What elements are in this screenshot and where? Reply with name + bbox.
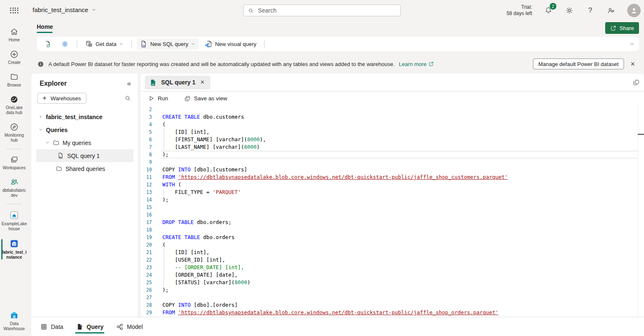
sql-file-icon: sql — [150, 79, 157, 86]
line-number: 24 — [141, 271, 152, 279]
line-number: 29 — [141, 309, 152, 316]
banner-close-button[interactable]: × — [628, 59, 637, 69]
add-warehouse-button[interactable]: + Warehouses — [37, 93, 86, 104]
visual-query-icon — [205, 40, 212, 48]
line-number: 14 — [141, 196, 152, 204]
code-line-14[interactable]: 14); — [141, 196, 644, 204]
chevron-down-icon — [191, 42, 195, 46]
sql-code-editor[interactable]: 23CREATE TABLE dbo.customers4(5 [ID] [in… — [141, 105, 644, 317]
code-line-15[interactable]: 15 — [141, 204, 644, 211]
nav-item-browse[interactable]: Browse — [0, 70, 28, 90]
toolbar-divider — [77, 40, 77, 48]
view-tab-data[interactable]: Data — [40, 317, 63, 336]
code-line-11[interactable]: 11FROM 'https://dbtlabsynapsedatalake.bl… — [141, 173, 644, 181]
code-line-9[interactable]: 9 — [141, 158, 644, 166]
collapse-pane-icon[interactable]: « — [127, 79, 131, 88]
database-icon — [85, 40, 93, 48]
line-number: 8 — [141, 151, 152, 158]
code-line-4[interactable]: 4( — [141, 121, 644, 128]
tree-node-sql-query-1[interactable]: SQL SQL query 1 — [36, 149, 134, 162]
code-line-21[interactable]: 21 [ID] [int], — [141, 249, 644, 256]
tree-node-queries[interactable]: Queries — [31, 123, 136, 136]
code-line-23[interactable]: 23 -- [ORDER_DATE] [int], — [141, 264, 644, 271]
warehouse-settings-button[interactable] — [58, 38, 72, 50]
learn-more-link[interactable]: Learn more — [399, 61, 434, 67]
line-number: 23 — [141, 264, 152, 271]
settings-button[interactable] — [565, 6, 574, 15]
global-search[interactable] — [243, 5, 401, 16]
code-line-2[interactable]: 2 — [141, 106, 644, 113]
ribbon-toolbar: Get data SQL New SQL query New visual qu… — [37, 37, 639, 51]
feedback-icon — [607, 6, 615, 15]
refresh-dataset-button[interactable] — [41, 38, 55, 50]
code-line-27[interactable]: 27 — [141, 294, 644, 301]
notification-badge: 2 — [550, 3, 556, 10]
save-as-view-button[interactable]: Save as view — [182, 95, 230, 102]
code-line-7[interactable]: 7 [LAST_NAME] [varchar](8000) — [141, 143, 644, 151]
code-line-20[interactable]: 20( — [141, 241, 644, 249]
code-line-22[interactable]: 22 [USER_ID] [int], — [141, 256, 644, 264]
code-line-18[interactable]: 18 — [141, 226, 644, 234]
code-line-6[interactable]: 6 [FIRST_NAME] [varchar](8000), — [141, 136, 644, 143]
code-line-13[interactable]: 13 FILE_TYPE = 'PARQUET' — [141, 188, 644, 196]
code-line-25[interactable]: 25 [STATUS] [varchar](8000) — [141, 279, 644, 286]
account-avatar[interactable] — [627, 4, 641, 17]
manage-default-dataset-button[interactable]: Manage default Power BI dataset — [533, 59, 624, 69]
new-sql-query-button[interactable]: SQL New SQL query — [137, 38, 198, 50]
nav-item-workspaces[interactable]: Workspaces — [0, 153, 28, 173]
view-switcher-bar: Data Query Model — [31, 317, 644, 336]
get-data-button[interactable]: Get data — [82, 38, 126, 50]
nav-item-examplelakehouse[interactable]: ExampleLakehouse — [0, 208, 28, 234]
code-line-28[interactable]: 28COPY INTO [dbo].[orders] — [141, 301, 644, 309]
tree-node-my-queries[interactable]: My queries — [31, 136, 136, 149]
nav-item-onelake-data-hub[interactable]: OneLake data hub — [0, 93, 28, 117]
app-launcher-icon[interactable] — [10, 8, 18, 13]
tree-node-warehouse[interactable]: fabric_test_instance — [31, 110, 136, 123]
code-line-10[interactable]: 10COPY INTO [dbo].[customers] — [141, 166, 644, 173]
code-line-29[interactable]: 29FROM 'https://dbtlabsynapsedatalake.bl… — [141, 309, 644, 316]
query-doc-icon — [76, 323, 83, 331]
code-line-3[interactable]: 3CREATE TABLE dbo.customers — [141, 113, 644, 121]
copy-button[interactable] — [633, 79, 640, 86]
toolbar-expand-button[interactable] — [629, 41, 635, 47]
code-line-12[interactable]: 12WITH ( — [141, 181, 644, 188]
close-icon: × — [631, 60, 635, 69]
nav-item-home[interactable]: Home — [0, 25, 28, 45]
tab-home[interactable]: Home — [37, 23, 53, 33]
view-tab-model[interactable]: Model — [116, 317, 143, 336]
new-visual-query-button[interactable]: New visual query — [202, 38, 259, 50]
help-button[interactable]: ? — [586, 6, 595, 15]
nav-item-monitoring-hub[interactable]: Monitoring hub — [0, 120, 28, 145]
explorer-search-icon[interactable] — [124, 95, 131, 102]
tree-node-shared-queries[interactable]: Shared queries — [31, 162, 136, 175]
editor-overview-ruler[interactable] — [638, 105, 644, 317]
search-input[interactable] — [257, 7, 396, 14]
run-button[interactable]: Run — [146, 95, 171, 102]
share-button[interactable]: Share — [605, 22, 639, 34]
settings-gear-icon — [61, 40, 69, 48]
code-line-17[interactable]: 17DROP TABLE dbo.orders; — [141, 219, 644, 226]
code-line-16[interactable]: 16 — [141, 211, 644, 219]
query-toolbar: Run Save as view — [141, 92, 644, 105]
line-number: 13 — [141, 188, 152, 196]
nav-item-fabric-test-instance[interactable]: fabric_test_instance — [0, 237, 28, 262]
code-line-8[interactable]: 8); — [141, 151, 644, 158]
nav-item-create[interactable]: Create — [0, 48, 28, 67]
workspace-switcher[interactable]: fabric_test_instance — [33, 6, 96, 13]
save-as-view-icon — [184, 95, 191, 102]
tab-sql-query-1[interactable]: sql SQL query 1 × — [145, 76, 210, 89]
search-icon — [248, 8, 254, 14]
nav-item-data-warehouse[interactable]: Data Warehouse — [0, 308, 28, 333]
line-number: 9 — [141, 158, 152, 166]
code-line-5[interactable]: 5 [ID] [int], — [141, 128, 644, 136]
feedback-button[interactable] — [606, 6, 616, 15]
code-line-19[interactable]: 19CREATE TABLE dbo.orders — [141, 234, 644, 241]
nav-item-dbtlabsfabricdev[interactable]: dbtlabsfabricdev — [0, 176, 28, 200]
run-icon — [148, 95, 154, 102]
notifications-button[interactable]: 2 — [544, 6, 553, 15]
view-tab-query[interactable]: Query — [76, 317, 104, 336]
code-line-26[interactable]: 26); — [141, 286, 644, 294]
code-line-24[interactable]: 24 [ORDER_DATE] [date], — [141, 271, 644, 279]
ribbon-tab-row: Home Share — [31, 21, 644, 35]
tab-close-icon[interactable]: × — [200, 79, 205, 86]
